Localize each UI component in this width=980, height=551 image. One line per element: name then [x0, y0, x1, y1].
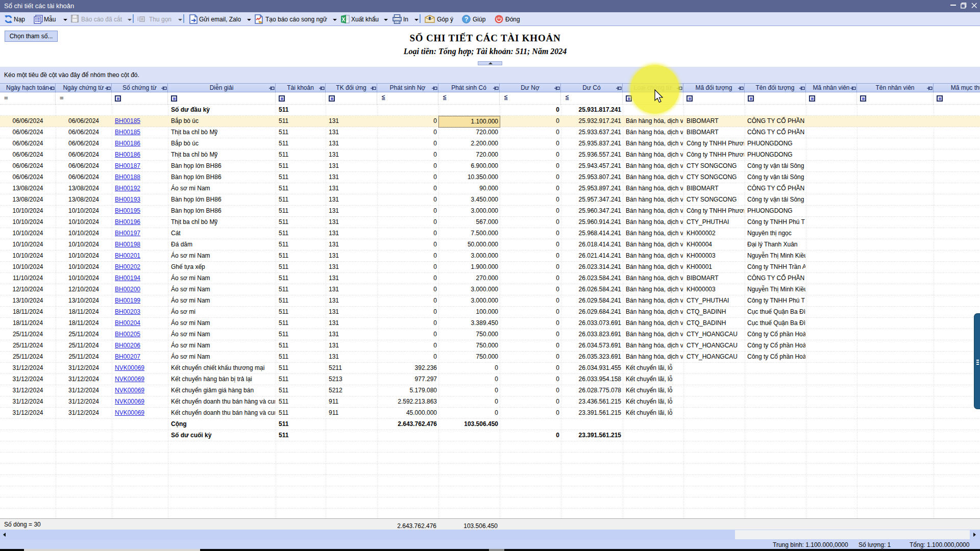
svg-text:i: i	[137, 15, 139, 22]
svg-text:?: ?	[464, 16, 468, 23]
svg-text:X: X	[342, 17, 346, 22]
